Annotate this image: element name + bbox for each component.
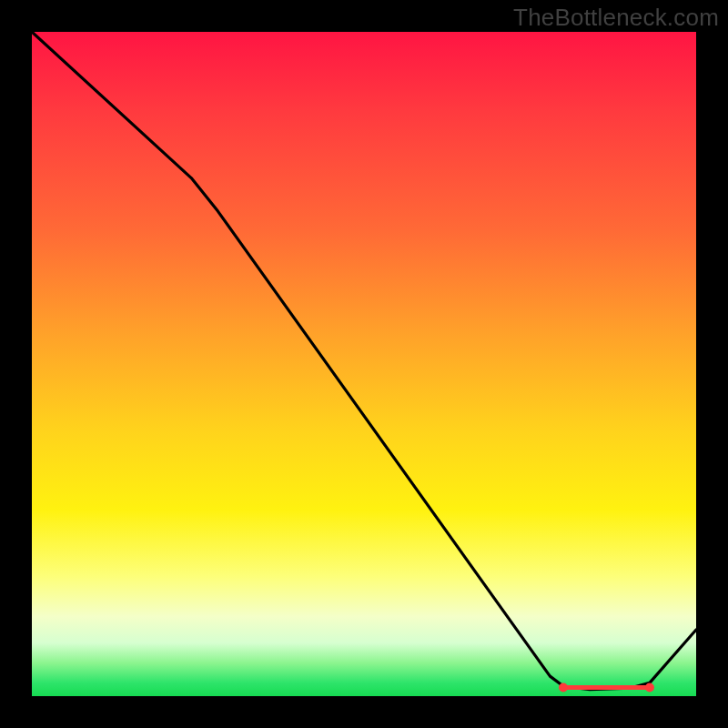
chart-svg: [32, 32, 696, 696]
chart-frame: TheBottleneck.com: [0, 0, 728, 728]
flat-marker-dot-right: [645, 683, 654, 693]
watermark-text: TheBottleneck.com: [513, 4, 719, 32]
curve-path: [32, 32, 696, 690]
flat-marker-dot-left: [559, 683, 568, 693]
